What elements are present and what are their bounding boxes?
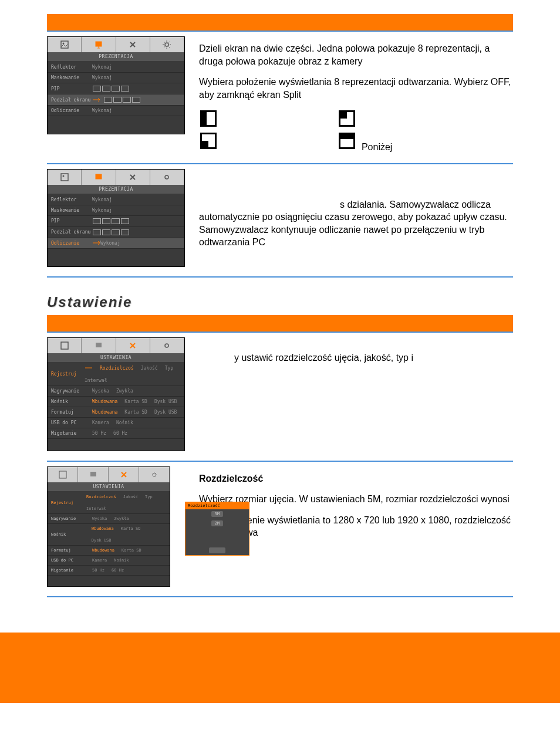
svg-rect-6 [96,174,102,179]
popup-title: Rozdzielczość [185,502,249,509]
split-left-icon [200,110,217,127]
svg-rect-2 [96,42,102,46]
split-icon-row: Poniżej [199,109,513,153]
row-reflektor: Reflektor [51,65,92,70]
tab-presentation-icon [78,467,109,482]
svg-point-10 [165,344,168,347]
section-split-screen: PREZENTACJA ReflektorWykonaj MaskowanieW… [47,31,513,164]
row-podzial: Podział ekranu [51,229,92,235]
screenshot-presentation-1: PREZENTACJA ReflektorWykonaj MaskowanieW… [47,36,185,134]
row-maskowanie: Maskowanie [51,208,92,213]
row-rejestruj: Rejestruj [51,371,85,377]
row-odliczanie: Odliczanie [51,241,92,246]
row-migotanie: Migotanie [51,568,92,573]
row-formatuj: Formatuj [51,410,92,415]
section-countdown: PREZENTACJA ReflektorWykonaj MaskowanieW… [47,164,513,278]
para-split-desc-1: Dzieli ekran na dwie części. Jedna połow… [199,42,513,67]
tab-settings-icon [150,37,184,52]
tab-presentation-icon [82,37,116,52]
below-label: Poniżej [362,141,392,154]
row-rejestruj: Rejestruj [51,500,86,505]
shot-title: USTAWIENIA [48,482,170,491]
row-formatuj: Formatuj [51,548,92,553]
tab-image-icon [48,467,78,482]
section-resolution: USTAWIENIA RejestrujRozdzielczośJakośćTy… [47,462,513,597]
svg-point-1 [62,43,64,45]
svg-point-5 [62,175,64,177]
tab-settings-icon [150,338,184,353]
tab-image-icon [48,170,82,185]
screenshot-settings-2: USTAWIENIA RejestrujRozdzielczośJakośćTy… [47,466,170,587]
row-pip: PIP [51,86,92,92]
orange-header-bar [47,14,513,31]
shot-title: USTAWIENIA [48,353,184,362]
row-maskowanie: Maskowanie [51,75,92,80]
shot-title: PREZENTACJA [48,52,184,61]
shot-title: PREZENTACJA [48,185,184,194]
svg-rect-4 [61,174,68,181]
tab-presentation-icon [82,338,116,353]
svg-rect-11 [59,471,66,478]
svg-rect-12 [90,472,96,476]
orange-bar-2 [47,315,513,332]
tab-settings-icon [139,467,170,482]
para-countdown: s działania. Samowyzwalacz odlicza autom… [199,199,507,248]
para-split-desc-2: Wybiera położenie wyświetlania 8 repreze… [199,76,513,101]
popup-resolution: Rozdzielczość 5M 2M [185,502,249,556]
row-migotanie: Migotanie [51,431,92,436]
row-podzial: Podział ekranu [51,97,92,103]
row-pip: PIP [51,218,92,224]
tab-tools-icon [116,170,150,185]
screenshot-settings-1: USTAWIENIA RejestrujRozdzielczośJakośćTy… [47,337,185,451]
row-nagrywanie: Nagrywanie [51,388,92,394]
tab-image-icon [48,37,82,52]
svg-point-13 [153,473,156,476]
screenshot-presentation-2: PREZENTACJA ReflektorWykonaj MaskowanieW… [47,169,185,267]
svg-point-7 [165,175,168,179]
split-topleft-icon [339,110,355,127]
popup-opt-5m: 5M [211,511,223,517]
tab-settings-icon [150,170,184,185]
svg-point-3 [165,43,168,46]
row-nosnik: Nośnik [51,532,92,537]
row-odliczanie: Odliczanie [51,108,92,113]
row-nagrywanie: Nagrywanie [51,516,92,521]
row-nosnik: Nośnik [51,399,92,404]
row-reflektor: Reflektor [51,197,92,202]
tab-tools-icon [116,338,150,353]
heading-ustawienie: Ustawienie [47,294,513,310]
svg-rect-8 [61,342,68,349]
split-top-icon [339,133,355,149]
popup-confirm [209,547,226,553]
split-bottomleft-icon [200,133,217,149]
section-settings-1: USTAWIENIA RejestrujRozdzielczośJakośćTy… [47,332,513,462]
tab-tools-icon [116,37,150,52]
row-usb: USB do PC [51,420,92,425]
tab-image-icon [48,338,82,353]
tab-presentation-icon [82,170,116,185]
heading-rozdzielczosc: Rozdzielczość [199,472,513,485]
popup-opt-2m: 2M [211,520,223,526]
orange-footer [0,633,560,703]
para-settings-desc: y ustawić rozdzielczość ujęcia, jakość, … [199,343,513,364]
tab-tools-icon [109,467,139,482]
svg-rect-0 [61,41,68,48]
svg-rect-9 [96,343,102,347]
row-usb: USB do PC [51,558,92,563]
